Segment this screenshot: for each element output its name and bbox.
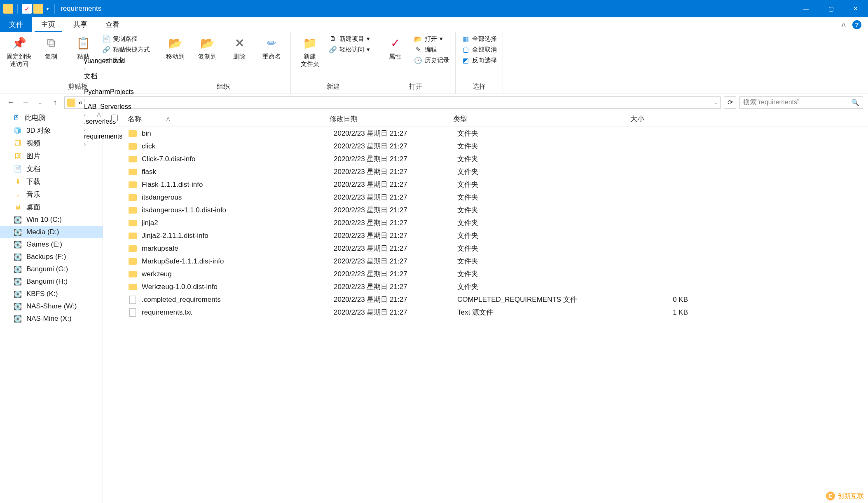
- file-date: 2020/2/23 星期日 21:27: [334, 205, 457, 215]
- file-name: markupsafe: [142, 244, 334, 253]
- sidebar-item[interactable]: 💽Backups (F:): [0, 251, 103, 263]
- select-all-icon: ▦: [461, 35, 470, 43]
- paste-button[interactable]: 📋 粘贴: [70, 35, 96, 60]
- drive-icon: 💽: [13, 240, 22, 249]
- file-row[interactable]: itsdangerous2020/2/23 星期日 21:27文件夹: [103, 191, 868, 204]
- ribbon-tabs: 文件 主页 共享 查看 ᐱ ?: [0, 17, 868, 32]
- sidebar-item[interactable]: 💽Media (D:): [0, 226, 103, 238]
- chevron-down-icon[interactable]: ▾: [47, 7, 49, 11]
- breadcrumb-item[interactable]: yuangezhizao: [84, 57, 134, 65]
- sidebar-item[interactable]: 💽Games (E:): [0, 238, 103, 251]
- properties-button[interactable]: ✓ 属性: [382, 35, 408, 60]
- sidebar-item[interactable]: 🖥桌面: [0, 201, 103, 214]
- sidebar-item-label: KBFS (K:): [26, 290, 58, 298]
- file-row[interactable]: flask2020/2/23 星期日 21:27文件夹: [103, 165, 868, 178]
- col-type[interactable]: 类型: [453, 114, 630, 124]
- easy-access-button[interactable]: 🔗轻松访问 ▾: [329, 45, 370, 54]
- sidebar-item[interactable]: 🎞视频: [0, 137, 103, 150]
- new-item-icon: 🗎: [329, 35, 337, 43]
- back-button[interactable]: ←: [5, 97, 16, 108]
- file-row[interactable]: markupsafe2020/2/23 星期日 21:27文件夹: [103, 242, 868, 255]
- file-row[interactable]: requirements.txt2020/2/23 星期日 21:27Text …: [103, 306, 868, 319]
- breadcrumb-item[interactable]: LAB_Serverless: [84, 103, 134, 110]
- minimize-button[interactable]: —: [794, 0, 819, 17]
- chevron-right-icon: ›: [84, 66, 86, 72]
- file-date: 2020/2/23 星期日 21:27: [334, 282, 457, 291]
- help-icon[interactable]: ?: [852, 20, 861, 29]
- delete-button[interactable]: ✕ 删除: [226, 35, 253, 60]
- window-title: requirements: [61, 5, 101, 13]
- col-size[interactable]: 大小: [630, 114, 692, 124]
- history-button[interactable]: 🕑历史记录: [414, 56, 449, 64]
- edit-button[interactable]: ✎编辑: [414, 45, 449, 54]
- file-row[interactable]: bin2020/2/23 星期日 21:27文件夹: [103, 127, 868, 140]
- paste-shortcut-button[interactable]: 🔗粘贴快捷方式: [102, 45, 150, 54]
- file-row[interactable]: MarkupSafe-1.1.1.dist-info2020/2/23 星期日 …: [103, 255, 868, 268]
- maximize-button[interactable]: ▢: [819, 0, 843, 17]
- rename-button[interactable]: ✏ 重命名: [258, 35, 285, 60]
- copy-path-button[interactable]: 📄复制路径: [102, 35, 150, 43]
- breadcrumb-item[interactable]: PycharmProjects: [84, 88, 134, 96]
- sidebar-item[interactable]: ♪音乐: [0, 188, 103, 201]
- new-folder-button[interactable]: 📁 新建 文件夹: [297, 35, 323, 68]
- tab-share[interactable]: 共享: [64, 17, 96, 32]
- sidebar-item-label: 图片: [26, 151, 40, 161]
- tab-home[interactable]: 主页: [32, 17, 64, 32]
- qat-icon[interactable]: ✓: [22, 4, 32, 14]
- sidebar-item[interactable]: 💽NAS-Share (W:): [0, 300, 103, 313]
- sidebar-item[interactable]: 💽KBFS (K:): [0, 288, 103, 300]
- history-icon: 🕑: [414, 56, 422, 64]
- sidebar-item[interactable]: 💽Win 10 (C:): [0, 214, 103, 226]
- sidebar-item[interactable]: 💽Bangumi (H:): [0, 275, 103, 288]
- sidebar-item[interactable]: 🧊3D 对象: [0, 124, 103, 137]
- folder-icon: [128, 180, 138, 190]
- close-button[interactable]: ✕: [843, 0, 868, 17]
- collapse-ribbon-icon[interactable]: ᐱ: [842, 21, 846, 28]
- open-button[interactable]: 📂打开 ▾: [414, 35, 449, 43]
- file-row[interactable]: werkzeug2020/2/23 星期日 21:27文件夹: [103, 268, 868, 280]
- file-name: Werkzeug-1.0.0.dist-info: [142, 283, 334, 291]
- select-none-button[interactable]: ▢全部取消: [461, 45, 497, 54]
- sidebar-item[interactable]: ⬇下载: [0, 175, 103, 188]
- file-row[interactable]: .completed_requirements2020/2/23 星期日 21:…: [103, 293, 868, 306]
- select-all-checkbox[interactable]: [111, 115, 118, 121]
- copy-button[interactable]: ⧉ 复制: [38, 35, 64, 60]
- up-button[interactable]: ↑: [49, 97, 61, 108]
- search-input[interactable]: 搜索"requirements" 🔍: [739, 96, 863, 109]
- recent-button[interactable]: ⌄: [35, 97, 46, 108]
- file-row[interactable]: Flask-1.1.1.dist-info2020/2/23 星期日 21:27…: [103, 178, 868, 191]
- file-date: 2020/2/23 星期日 21:27: [334, 269, 457, 279]
- address-bar[interactable]: « yuangezhizao › 文档 › PycharmProjects › …: [64, 96, 721, 109]
- col-name[interactable]: 名称ᐱ: [128, 114, 330, 124]
- chevron-down-icon[interactable]: ⌄: [714, 100, 718, 106]
- move-to-button[interactable]: 📂 移动到: [162, 35, 188, 60]
- file-row[interactable]: jinja22020/2/23 星期日 21:27文件夹: [103, 216, 868, 229]
- file-row[interactable]: Click-7.0.dist-info2020/2/23 星期日 21:27文件…: [103, 153, 868, 165]
- sidebar-item[interactable]: 🖼图片: [0, 150, 103, 162]
- file-row[interactable]: Werkzeug-1.0.0.dist-info2020/2/23 星期日 21…: [103, 280, 868, 293]
- breadcrumb-item[interactable]: 文档: [84, 72, 134, 81]
- forward-button[interactable]: →: [20, 97, 31, 108]
- tab-view[interactable]: 查看: [96, 17, 129, 32]
- invert-button[interactable]: ◩反向选择: [461, 56, 497, 64]
- tab-file[interactable]: 文件: [0, 17, 32, 32]
- select-all-button[interactable]: ▦全部选择: [461, 35, 497, 43]
- folder-icon: [128, 205, 138, 215]
- sidebar-item[interactable]: 💽Bangumi (G:): [0, 263, 103, 275]
- sidebar-item[interactable]: 📄文档: [0, 162, 103, 175]
- scroll-up-icon[interactable]: ᐱ: [97, 111, 101, 118]
- folder-icon: [128, 282, 138, 292]
- file-row[interactable]: click2020/2/23 星期日 21:27文件夹: [103, 140, 868, 153]
- refresh-button[interactable]: ⟳: [724, 96, 736, 109]
- new-item-button[interactable]: 🗎新建项目 ▾: [329, 35, 370, 43]
- file-row[interactable]: itsdangerous-1.1.0.dist-info2020/2/23 星期…: [103, 204, 868, 216]
- 3d-icon: 🧊: [13, 126, 22, 135]
- sidebar-item[interactable]: 🖥此电脑: [0, 111, 103, 124]
- shortcut-icon: 🔗: [102, 45, 110, 54]
- col-date[interactable]: 修改日期: [330, 114, 453, 124]
- copy-to-button[interactable]: 📂 复制到: [194, 35, 220, 60]
- file-row[interactable]: Jinja2-2.11.1.dist-info2020/2/23 星期日 21:…: [103, 229, 868, 242]
- sidebar-item[interactable]: 💽NAS-Mine (X:): [0, 313, 103, 325]
- docs-icon: 📄: [13, 165, 22, 174]
- pin-button[interactable]: 📌 固定到快 速访问: [6, 35, 32, 68]
